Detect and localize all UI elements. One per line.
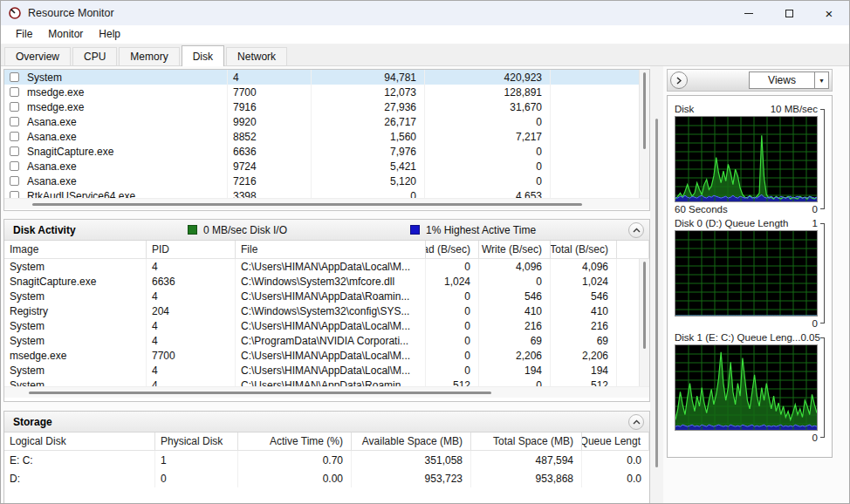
column-header-Read (B/sec)[interactable]: Read (B/sec)	[426, 241, 479, 258]
tab-memory[interactable]: Memory	[119, 47, 179, 65]
collapse-disk-activity-button[interactable]	[628, 222, 644, 238]
column-header-total-space-mb-[interactable]: Total Space (MB)	[471, 432, 582, 450]
close-icon: ×	[826, 7, 833, 20]
table-row[interactable]: msedge.exe791627,93631,670	[4, 99, 639, 114]
chart-title-row: Disk 1 (E: C:) Queue Leng...0.05	[675, 330, 818, 344]
process-name: Asana.exe	[27, 160, 77, 173]
table-row[interactable]: SnagitCapture.exe6636C:\Windows\System32…	[4, 274, 639, 289]
physical-disk-cell: 0	[155, 469, 238, 487]
row-checkbox[interactable]	[10, 191, 19, 198]
tab-network[interactable]: Network	[226, 47, 287, 65]
maximize-button[interactable]	[769, 1, 809, 25]
tab-overview[interactable]: Overview	[4, 47, 71, 65]
column-header-Total (B/sec)[interactable]: Total (B/sec)	[551, 241, 617, 258]
total-cell: 2,206	[551, 348, 617, 363]
table-row[interactable]: Asana.exe992026,7170	[4, 114, 639, 129]
table-row[interactable]: System4C:\Users\HIMAN\AppData\Local\M...…	[4, 318, 639, 333]
row-checkbox[interactable]	[10, 117, 19, 126]
read-cell: 5,120	[312, 174, 425, 188]
minimize-button[interactable]	[729, 1, 769, 25]
table-row[interactable]: System4C:\Users\HIMAN\AppData\Local\M...…	[4, 363, 639, 378]
process-table-vertical-scrollbar[interactable]	[639, 70, 649, 198]
image-cell: System	[4, 363, 147, 378]
table-row[interactable]: Registry204C:\Windows\System32\config\SY…	[4, 303, 639, 318]
table-row[interactable]: System4C:\ProgramData\NVIDIA Corporati..…	[4, 333, 639, 348]
menu-item-monitor[interactable]: Monitor	[40, 26, 91, 43]
dropdown-arrow-icon[interactable]: ▼	[814, 72, 828, 88]
expand-panel-button[interactable]	[670, 72, 688, 89]
read-cell: 94,781	[312, 70, 425, 85]
views-button[interactable]: Views ▼	[749, 72, 829, 89]
table-row[interactable]: System4C:\Users\HIMAN\AppData\Roamin...5…	[4, 378, 639, 386]
column-header-PID[interactable]: PID	[147, 241, 236, 258]
chart-bottom-row: 0	[675, 317, 818, 330]
scrollbar-thumb[interactable]	[643, 72, 646, 149]
column-header-Image[interactable]: Image	[4, 241, 147, 258]
filler-cell	[617, 274, 639, 289]
write-cell: 0	[425, 144, 551, 159]
table-row[interactable]: SnagitCapture.exe66367,9760	[4, 144, 639, 159]
table-row[interactable]: System4C:\Users\HIMAN\AppData\Roamin...0…	[4, 289, 639, 303]
chart-title: Disk 1 (E: C:) Queue Leng...	[675, 332, 800, 343]
write-cell: 216	[479, 318, 551, 333]
column-header-physical-disk[interactable]: Physical Disk	[155, 432, 238, 450]
table-row[interactable]: System494,781420,923	[4, 70, 639, 85]
table-row[interactable]: Asana.exe72165,1200	[4, 174, 639, 188]
tab-disk[interactable]: Disk	[182, 45, 224, 66]
row-checkbox[interactable]	[10, 176, 19, 186]
chart-2	[675, 344, 818, 431]
column-header-available-space-mb-[interactable]: Available Space (MB)	[352, 432, 471, 450]
chart-title-row: Disk10 MB/sec	[675, 102, 818, 116]
chart-zero-label: 0	[812, 432, 818, 443]
table-row[interactable]: msedge.exe770012,073128,891	[4, 85, 639, 99]
column-header-active-time-[interactable]: Active Time (%)	[238, 432, 352, 450]
chart-zero-label: 0	[812, 318, 818, 329]
table-row[interactable]: msedge.exe7700C:\Users\HIMAN\AppData\Loc…	[4, 348, 639, 363]
collapse-storage-button[interactable]	[628, 414, 644, 430]
column-header-logical-disk[interactable]: Logical Disk	[4, 432, 155, 450]
table-row[interactable]: Asana.exe97245,4210	[4, 159, 639, 174]
charts-panel: Disk10 MB/sec60 Seconds0Disk 0 (D:) Queu…	[667, 95, 833, 458]
process-name: msedge.exe	[27, 86, 84, 99]
pid-cell: 9920	[228, 114, 312, 129]
filler-cell	[551, 114, 639, 129]
scrollbar-thumb[interactable]	[29, 392, 491, 394]
filler-cell	[551, 144, 639, 159]
menu-item-help[interactable]: Help	[91, 26, 128, 43]
left-pane-scrollbar[interactable]	[650, 66, 663, 504]
disk-activity-vertical-scrollbar[interactable]	[639, 259, 649, 386]
table-row[interactable]: D:00.00953,723953,8680.0	[4, 469, 649, 487]
chart-x-label: 60 Seconds	[675, 204, 728, 215]
column-header-disk-queue-lengt[interactable]: Disk Queue Lengt	[582, 432, 649, 450]
column-header-File[interactable]: File	[236, 241, 426, 258]
tab-bar: OverviewCPUMemoryDiskNetwork	[1, 44, 849, 66]
row-checkbox[interactable]	[10, 132, 19, 141]
disk-activity-horizontal-scrollbar[interactable]	[4, 386, 649, 398]
row-checkbox[interactable]	[10, 87, 19, 97]
tab-cpu[interactable]: CPU	[72, 47, 117, 65]
pid-cell: 7916	[228, 99, 312, 114]
blue-legend-swatch-icon	[410, 225, 420, 235]
file-cell: C:\Users\HIMAN\AppData\Local\M...	[236, 363, 426, 378]
table-row[interactable]: Asana.exe88521,5607,217	[4, 129, 639, 144]
row-checkbox[interactable]	[10, 102, 19, 112]
write-cell: 128,891	[425, 85, 551, 99]
row-checkbox[interactable]	[10, 72, 19, 82]
row-checkbox[interactable]	[10, 161, 19, 171]
table-row[interactable]: System4C:\Users\HIMAN\AppData\Local\M...…	[4, 259, 639, 274]
available-space-cell: 351,058	[352, 451, 471, 469]
table-row[interactable]: E: C:10.70351,058487,5940.0	[4, 451, 649, 469]
scrollbar-thumb[interactable]	[643, 262, 646, 349]
filler-cell	[617, 348, 639, 363]
pid-cell: 4	[147, 318, 236, 333]
column-header-Write (B/sec)[interactable]: Write (B/sec)	[479, 241, 551, 258]
filler-cell	[617, 289, 639, 303]
row-checkbox[interactable]	[10, 146, 19, 156]
table-row[interactable]: RtkAudUService64.exe339804,653	[4, 188, 639, 198]
scrollbar-thumb[interactable]	[32, 203, 582, 206]
disk-activity-rows: System4C:\Users\HIMAN\AppData\Local\M...…	[4, 259, 639, 386]
scrollbar-thumb[interactable]	[655, 119, 658, 467]
process-table-horizontal-scrollbar[interactable]	[4, 198, 649, 209]
menu-item-file[interactable]: File	[8, 26, 40, 43]
close-button[interactable]: ×	[809, 1, 849, 25]
